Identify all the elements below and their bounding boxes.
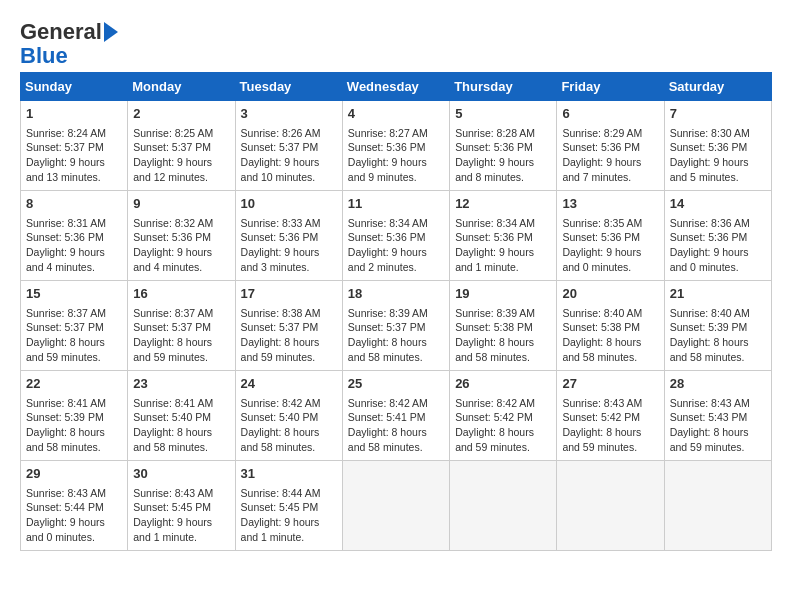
calendar-cell: 2Sunrise: 8:25 AMSunset: 5:37 PMDaylight… — [128, 101, 235, 191]
calendar-cell: 28Sunrise: 8:43 AMSunset: 5:43 PMDayligh… — [664, 371, 771, 461]
day-number: 9 — [133, 195, 229, 213]
calendar-cell: 18Sunrise: 8:39 AMSunset: 5:37 PMDayligh… — [342, 281, 449, 371]
calendar-row-2: 8Sunrise: 8:31 AMSunset: 5:36 PMDaylight… — [21, 191, 772, 281]
day-info: Sunrise: 8:42 AMSunset: 5:42 PMDaylight:… — [455, 396, 551, 455]
day-number: 15 — [26, 285, 122, 303]
day-number: 21 — [670, 285, 766, 303]
day-info: Sunrise: 8:40 AMSunset: 5:38 PMDaylight:… — [562, 306, 658, 365]
day-info: Sunrise: 8:41 AMSunset: 5:39 PMDaylight:… — [26, 396, 122, 455]
day-number: 26 — [455, 375, 551, 393]
day-number: 14 — [670, 195, 766, 213]
calendar-cell: 26Sunrise: 8:42 AMSunset: 5:42 PMDayligh… — [450, 371, 557, 461]
calendar-cell: 11Sunrise: 8:34 AMSunset: 5:36 PMDayligh… — [342, 191, 449, 281]
calendar-cell: 31Sunrise: 8:44 AMSunset: 5:45 PMDayligh… — [235, 461, 342, 551]
day-number: 29 — [26, 465, 122, 483]
day-info: Sunrise: 8:37 AMSunset: 5:37 PMDaylight:… — [133, 306, 229, 365]
calendar-row-1: 1Sunrise: 8:24 AMSunset: 5:37 PMDaylight… — [21, 101, 772, 191]
calendar-cell: 13Sunrise: 8:35 AMSunset: 5:36 PMDayligh… — [557, 191, 664, 281]
day-info: Sunrise: 8:25 AMSunset: 5:37 PMDaylight:… — [133, 126, 229, 185]
day-number: 10 — [241, 195, 337, 213]
day-info: Sunrise: 8:30 AMSunset: 5:36 PMDaylight:… — [670, 126, 766, 185]
day-info: Sunrise: 8:39 AMSunset: 5:37 PMDaylight:… — [348, 306, 444, 365]
day-number: 5 — [455, 105, 551, 123]
day-info: Sunrise: 8:32 AMSunset: 5:36 PMDaylight:… — [133, 216, 229, 275]
day-number: 20 — [562, 285, 658, 303]
calendar-cell: 19Sunrise: 8:39 AMSunset: 5:38 PMDayligh… — [450, 281, 557, 371]
calendar-cell: 6Sunrise: 8:29 AMSunset: 5:36 PMDaylight… — [557, 101, 664, 191]
day-info: Sunrise: 8:34 AMSunset: 5:36 PMDaylight:… — [455, 216, 551, 275]
day-info: Sunrise: 8:37 AMSunset: 5:37 PMDaylight:… — [26, 306, 122, 365]
calendar-cell: 14Sunrise: 8:36 AMSunset: 5:36 PMDayligh… — [664, 191, 771, 281]
day-number: 2 — [133, 105, 229, 123]
weekday-header-tuesday: Tuesday — [235, 73, 342, 101]
calendar-cell: 17Sunrise: 8:38 AMSunset: 5:37 PMDayligh… — [235, 281, 342, 371]
calendar-cell: 1Sunrise: 8:24 AMSunset: 5:37 PMDaylight… — [21, 101, 128, 191]
calendar-cell: 21Sunrise: 8:40 AMSunset: 5:39 PMDayligh… — [664, 281, 771, 371]
calendar-cell: 20Sunrise: 8:40 AMSunset: 5:38 PMDayligh… — [557, 281, 664, 371]
calendar-cell: 7Sunrise: 8:30 AMSunset: 5:36 PMDaylight… — [664, 101, 771, 191]
calendar-cell: 16Sunrise: 8:37 AMSunset: 5:37 PMDayligh… — [128, 281, 235, 371]
calendar-cell: 22Sunrise: 8:41 AMSunset: 5:39 PMDayligh… — [21, 371, 128, 461]
calendar-cell: 10Sunrise: 8:33 AMSunset: 5:36 PMDayligh… — [235, 191, 342, 281]
day-info: Sunrise: 8:43 AMSunset: 5:44 PMDaylight:… — [26, 486, 122, 545]
day-info: Sunrise: 8:34 AMSunset: 5:36 PMDaylight:… — [348, 216, 444, 275]
calendar-cell: 30Sunrise: 8:43 AMSunset: 5:45 PMDayligh… — [128, 461, 235, 551]
calendar-cell: 5Sunrise: 8:28 AMSunset: 5:36 PMDaylight… — [450, 101, 557, 191]
day-number: 7 — [670, 105, 766, 123]
day-number: 19 — [455, 285, 551, 303]
weekday-header-friday: Friday — [557, 73, 664, 101]
calendar-cell: 23Sunrise: 8:41 AMSunset: 5:40 PMDayligh… — [128, 371, 235, 461]
day-number: 23 — [133, 375, 229, 393]
day-info: Sunrise: 8:33 AMSunset: 5:36 PMDaylight:… — [241, 216, 337, 275]
calendar-cell: 3Sunrise: 8:26 AMSunset: 5:37 PMDaylight… — [235, 101, 342, 191]
calendar-cell: 27Sunrise: 8:43 AMSunset: 5:42 PMDayligh… — [557, 371, 664, 461]
logo-arrow-icon — [104, 22, 118, 42]
day-info: Sunrise: 8:44 AMSunset: 5:45 PMDaylight:… — [241, 486, 337, 545]
day-number: 13 — [562, 195, 658, 213]
calendar-cell: 24Sunrise: 8:42 AMSunset: 5:40 PMDayligh… — [235, 371, 342, 461]
day-number: 8 — [26, 195, 122, 213]
calendar-table: SundayMondayTuesdayWednesdayThursdayFrid… — [20, 72, 772, 551]
page-header: General Blue — [20, 20, 772, 68]
day-info: Sunrise: 8:42 AMSunset: 5:41 PMDaylight:… — [348, 396, 444, 455]
day-info: Sunrise: 8:26 AMSunset: 5:37 PMDaylight:… — [241, 126, 337, 185]
day-number: 22 — [26, 375, 122, 393]
calendar-row-5: 29Sunrise: 8:43 AMSunset: 5:44 PMDayligh… — [21, 461, 772, 551]
day-number: 24 — [241, 375, 337, 393]
day-number: 16 — [133, 285, 229, 303]
day-number: 18 — [348, 285, 444, 303]
logo: General Blue — [20, 20, 118, 68]
calendar-cell — [664, 461, 771, 551]
day-number: 11 — [348, 195, 444, 213]
calendar-cell — [342, 461, 449, 551]
calendar-cell: 29Sunrise: 8:43 AMSunset: 5:44 PMDayligh… — [21, 461, 128, 551]
day-number: 27 — [562, 375, 658, 393]
logo-blue: Blue — [20, 44, 68, 68]
calendar-cell — [450, 461, 557, 551]
day-info: Sunrise: 8:41 AMSunset: 5:40 PMDaylight:… — [133, 396, 229, 455]
calendar-row-3: 15Sunrise: 8:37 AMSunset: 5:37 PMDayligh… — [21, 281, 772, 371]
weekday-header-saturday: Saturday — [664, 73, 771, 101]
day-number: 3 — [241, 105, 337, 123]
day-info: Sunrise: 8:24 AMSunset: 5:37 PMDaylight:… — [26, 126, 122, 185]
weekday-header-sunday: Sunday — [21, 73, 128, 101]
calendar-cell: 12Sunrise: 8:34 AMSunset: 5:36 PMDayligh… — [450, 191, 557, 281]
calendar-row-4: 22Sunrise: 8:41 AMSunset: 5:39 PMDayligh… — [21, 371, 772, 461]
day-number: 17 — [241, 285, 337, 303]
day-info: Sunrise: 8:31 AMSunset: 5:36 PMDaylight:… — [26, 216, 122, 275]
day-info: Sunrise: 8:38 AMSunset: 5:37 PMDaylight:… — [241, 306, 337, 365]
weekday-header-monday: Monday — [128, 73, 235, 101]
day-info: Sunrise: 8:36 AMSunset: 5:36 PMDaylight:… — [670, 216, 766, 275]
day-number: 25 — [348, 375, 444, 393]
calendar-cell — [557, 461, 664, 551]
day-number: 28 — [670, 375, 766, 393]
day-number: 31 — [241, 465, 337, 483]
weekday-header-wednesday: Wednesday — [342, 73, 449, 101]
day-info: Sunrise: 8:28 AMSunset: 5:36 PMDaylight:… — [455, 126, 551, 185]
day-number: 1 — [26, 105, 122, 123]
day-number: 30 — [133, 465, 229, 483]
calendar-cell: 9Sunrise: 8:32 AMSunset: 5:36 PMDaylight… — [128, 191, 235, 281]
day-info: Sunrise: 8:43 AMSunset: 5:45 PMDaylight:… — [133, 486, 229, 545]
day-info: Sunrise: 8:27 AMSunset: 5:36 PMDaylight:… — [348, 126, 444, 185]
calendar-cell: 25Sunrise: 8:42 AMSunset: 5:41 PMDayligh… — [342, 371, 449, 461]
